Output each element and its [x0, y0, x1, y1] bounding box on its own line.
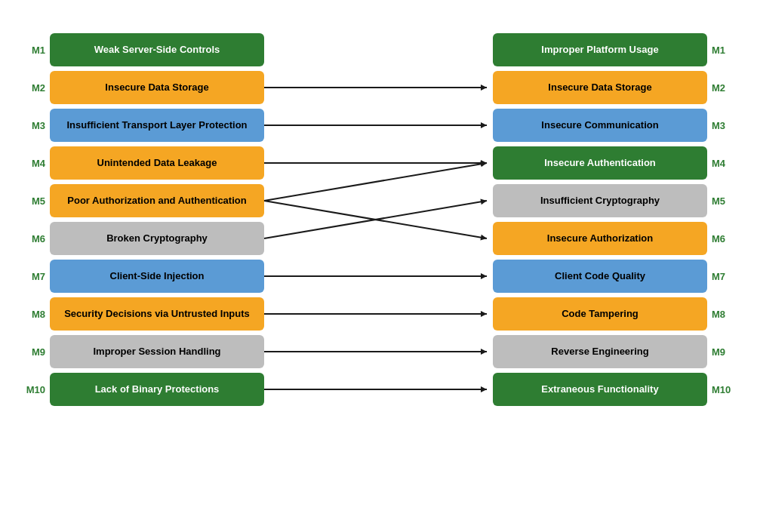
right-box-3: Insecure Communication — [493, 109, 707, 142]
right-box-8: Code Tampering — [493, 297, 707, 331]
left-label-10: M10 — [23, 384, 45, 395]
left-row-8: M8 Security Decisions via Untrusted Inpu… — [23, 297, 264, 331]
svg-marker-19 — [481, 386, 487, 392]
right-row-6: Insecure Authorization M6 — [493, 222, 734, 255]
svg-marker-1 — [481, 85, 487, 91]
right-label-5: M5 — [712, 195, 734, 207]
right-label-9: M9 — [712, 346, 734, 358]
right-label-2: M2 — [712, 82, 734, 94]
right-label-4: M4 — [712, 158, 734, 169]
left-label-9: M9 — [23, 346, 45, 358]
right-label-7: M7 — [712, 271, 734, 282]
left-row-3: M3 Insufficient Transport Layer Protecti… — [23, 109, 264, 142]
right-row-8: Code Tampering M8 — [493, 297, 734, 331]
left-box-4: Unintended Data Leakage — [50, 146, 264, 180]
left-row-10: M10 Lack of Binary Protections — [23, 373, 264, 406]
left-box-1: Weak Server-Side Controls — [50, 33, 264, 66]
left-box-5: Poor Authorization and Authentication — [50, 184, 264, 217]
left-box-8: Security Decisions via Untrusted Inputs — [50, 297, 264, 331]
left-row-7: M7 Client-Side Injection — [23, 260, 264, 293]
svg-marker-3 — [481, 122, 487, 128]
right-label-10: M10 — [712, 384, 734, 395]
svg-marker-5 — [481, 160, 487, 166]
left-box-6: Broken Cryptography — [50, 222, 264, 255]
arrows-area — [264, 33, 493, 406]
left-row-5: M5 Poor Authorization and Authentication — [23, 184, 264, 217]
svg-line-6 — [264, 163, 487, 201]
right-row-1: Improper Platform Usage M1 — [493, 33, 734, 66]
right-label-6: M6 — [712, 233, 734, 244]
right-box-4: Insecure Authentication — [493, 146, 707, 180]
right-box-5: Insufficient Cryptography — [493, 184, 707, 217]
left-row-6: M6 Broken Cryptography — [23, 222, 264, 255]
left-row-9: M9 Improper Session Handling — [23, 335, 264, 368]
right-box-6: Insecure Authorization — [493, 222, 707, 255]
right-label-1: M1 — [712, 45, 734, 56]
svg-marker-15 — [481, 311, 487, 317]
right-row-10: Extraneous Functionality M10 — [493, 373, 734, 406]
right-row-3: Insecure Communication M3 — [493, 109, 734, 142]
left-row-4: M4 Unintended Data Leakage — [23, 146, 264, 180]
left-box-9: Improper Session Handling — [50, 335, 264, 368]
left-box-3: Insufficient Transport Layer Protection — [50, 109, 264, 142]
left-label-4: M4 — [23, 158, 45, 169]
right-column: Improper Platform Usage M1 Insecure Data… — [493, 33, 734, 406]
right-row-5: Insufficient Cryptography M5 — [493, 184, 734, 217]
right-label-3: M3 — [712, 120, 734, 131]
right-row-4: Insecure Authentication M4 — [493, 146, 734, 180]
svg-marker-9 — [480, 235, 487, 241]
svg-line-10 — [264, 201, 487, 238]
right-row-7: Client Code Quality M7 — [493, 260, 734, 293]
left-label-8: M8 — [23, 309, 45, 320]
right-label-8: M8 — [712, 309, 734, 320]
left-label-2: M2 — [23, 82, 45, 94]
right-row-9: Reverse Engineering M9 — [493, 335, 734, 368]
left-row-1: M1 Weak Server-Side Controls — [23, 33, 264, 66]
right-box-10: Extraneous Functionality — [493, 373, 707, 406]
right-row-2: Insecure Data Storage M2 — [493, 71, 734, 104]
svg-marker-7 — [480, 161, 487, 167]
svg-marker-13 — [481, 273, 487, 279]
left-box-10: Lack of Binary Protections — [50, 373, 264, 406]
left-label-7: M7 — [23, 271, 45, 282]
main-layout: M1 Weak Server-Side Controls M2 Insecure… — [23, 33, 734, 406]
left-label-3: M3 — [23, 120, 45, 131]
left-label-1: M1 — [23, 45, 45, 56]
left-box-7: Client-Side Injection — [50, 260, 264, 293]
page: M1 Weak Server-Side Controls M2 Insecure… — [0, 0, 757, 532]
svg-marker-17 — [481, 349, 487, 355]
left-row-2: M2 Insecure Data Storage — [23, 71, 264, 104]
left-box-2: Insecure Data Storage — [50, 71, 264, 104]
left-label-6: M6 — [23, 233, 45, 244]
right-box-9: Reverse Engineering — [493, 335, 707, 368]
right-box-2: Insecure Data Storage — [493, 71, 707, 104]
left-label-5: M5 — [23, 195, 45, 207]
right-box-7: Client Code Quality — [493, 260, 707, 293]
svg-marker-11 — [480, 198, 487, 204]
arrows-svg — [264, 33, 493, 406]
right-box-1: Improper Platform Usage — [493, 33, 707, 66]
svg-line-8 — [264, 201, 487, 238]
left-column: M1 Weak Server-Side Controls M2 Insecure… — [23, 33, 264, 406]
